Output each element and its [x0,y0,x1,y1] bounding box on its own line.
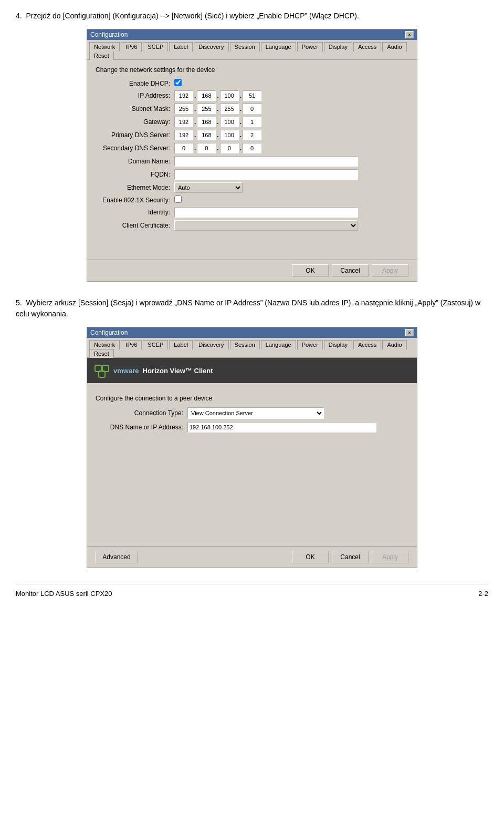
vmware-icon [93,362,110,379]
sdns-octet-4[interactable] [243,143,261,153]
tab-discovery[interactable]: Discovery [194,42,228,52]
ip-address-label: IP Address: [96,92,174,99]
step4-text: 4. Przejdź do [Configuration] (Konfigura… [16,11,488,22]
connection-type-field: View Connection Server [187,407,324,419]
dhcp-label: Enable DHCP: [96,80,174,87]
pdns-octet-2[interactable] [197,130,216,140]
primary-dns-row: Primary DNS Server: . . . [96,130,408,140]
vmware-logo: vmware Horizon View™ Client [93,362,213,379]
sdns-octet-1[interactable] [174,143,193,153]
fqdn-input[interactable] [174,169,358,180]
tab2-ipv6[interactable]: IPv6 [121,340,142,349]
footer-right-buttons: OK Cancel Apply [292,551,408,563]
gw-octet-2[interactable] [197,117,216,127]
gw-octet-3[interactable] [220,117,239,127]
cancel-button-2[interactable]: Cancel [332,551,369,563]
pdns-octet-3[interactable] [220,130,239,140]
tab2-session[interactable]: Session [230,340,260,349]
client-cert-field [174,220,408,231]
domain-name-row: Domain Name: [96,156,408,167]
ip-octet-2[interactable] [197,90,216,101]
tab-scep[interactable]: SCEP [143,42,168,52]
dialog-title-2: Configuration [90,329,128,336]
dialog-close-button-1[interactable]: × [405,31,414,38]
client-cert-select[interactable] [174,220,358,231]
dialog-close-button-2[interactable]: × [405,329,414,336]
ethernet-mode-row: Ethernet Mode: Auto [96,182,408,193]
tab2-label[interactable]: Label [169,340,193,349]
tab-access[interactable]: Access [353,42,381,52]
vmware-brand-text: vmware Horizon View™ Client [113,367,213,375]
ip-dot-1: . [194,92,196,99]
tab2-audio[interactable]: Audio [382,340,406,349]
ip-address-field: . . . [174,90,408,101]
tab2-language[interactable]: Language [261,340,296,349]
connection-type-row: Connection Type: View Connection Server [96,407,408,419]
tab-display[interactable]: Display [324,42,352,52]
tab2-access[interactable]: Access [353,340,381,349]
tab-ipv6[interactable]: IPv6 [121,42,142,52]
subnet-octet-1[interactable] [174,104,193,114]
tab-audio[interactable]: Audio [382,42,406,52]
connection-type-select[interactable]: View Connection Server [187,407,324,419]
tab-language[interactable]: Language [261,42,296,52]
dns-field [187,422,376,433]
ethernet-mode-select[interactable]: Auto [174,182,243,193]
dhcp-checkbox[interactable] [174,79,182,86]
subnet-octet-2[interactable] [197,104,216,114]
tab-session[interactable]: Session [230,42,260,52]
identity-row: Identity: [96,207,408,218]
gw-octet-1[interactable] [174,117,193,127]
tab-label[interactable]: Label [169,42,193,52]
session-description: Configure the connection to a peer devic… [96,395,408,402]
tab2-display[interactable]: Display [324,340,352,349]
enable-8021x-checkbox[interactable] [174,195,182,203]
dialog-body-1: Change the network settings for the devi… [87,60,417,260]
sdns-octet-2[interactable] [197,143,216,153]
identity-field [174,207,408,218]
domain-name-label: Domain Name: [96,158,174,165]
network-description: Change the network settings for the devi… [96,66,408,74]
secondary-dns-field: . . . [174,143,408,153]
dialog-body-2: Configure the connection to a peer devic… [87,388,417,546]
dhcp-row: Enable DHCP: [96,79,408,88]
tab2-network[interactable]: Network [89,340,120,349]
pdns-octet-1[interactable] [174,130,193,140]
dns-row: DNS Name or IP Address: [96,422,408,433]
domain-name-input[interactable] [174,156,358,167]
tabs-bar-1: Network IPv6 SCEP Label Discovery Sessio… [87,40,417,60]
advanced-button[interactable]: Advanced [96,551,138,563]
tab-reset[interactable]: Reset [89,51,114,60]
subnet-octet-3[interactable] [220,104,239,114]
cancel-button-1[interactable]: Cancel [332,264,369,277]
identity-input[interactable] [174,207,358,218]
ip-dot-3: . [240,92,242,99]
gw-octet-4[interactable] [243,117,261,127]
ip-octet-4[interactable] [243,90,261,101]
ip-octet-3[interactable] [220,90,239,101]
subnet-octet-4[interactable] [243,104,261,114]
config-dialog-2: Configuration × Network IPv6 SCEP Label … [87,327,417,568]
step5-text: 5. Wybierz arkusz [Session] (Sesja) i wp… [16,297,488,320]
ok-button-1[interactable]: OK [292,264,329,277]
gateway-label: Gateway: [96,118,174,126]
ok-button-2[interactable]: OK [292,551,329,563]
tab-network[interactable]: Network [89,42,120,52]
dns-input[interactable] [187,422,376,433]
tab2-scep[interactable]: SCEP [143,340,168,349]
tab-power[interactable]: Power [297,42,323,52]
fqdn-field [174,169,408,180]
sdns-octet-3[interactable] [220,143,239,153]
tab2-power[interactable]: Power [297,340,323,349]
client-cert-label: Client Certificate: [96,222,174,229]
subnet-dot-3: . [240,105,242,112]
apply-button-2[interactable]: Apply [372,551,408,563]
tab2-discovery[interactable]: Discovery [194,340,228,349]
dialog-footer-2: Advanced OK Cancel Apply [87,546,417,568]
pdns-octet-4[interactable] [243,130,261,140]
dialog-titlebar-1: Configuration × [87,29,417,40]
apply-button-1[interactable]: Apply [372,264,408,277]
ip-octet-1[interactable] [174,90,193,101]
client-cert-row: Client Certificate: [96,220,408,231]
tab2-reset[interactable]: Reset [89,349,114,358]
